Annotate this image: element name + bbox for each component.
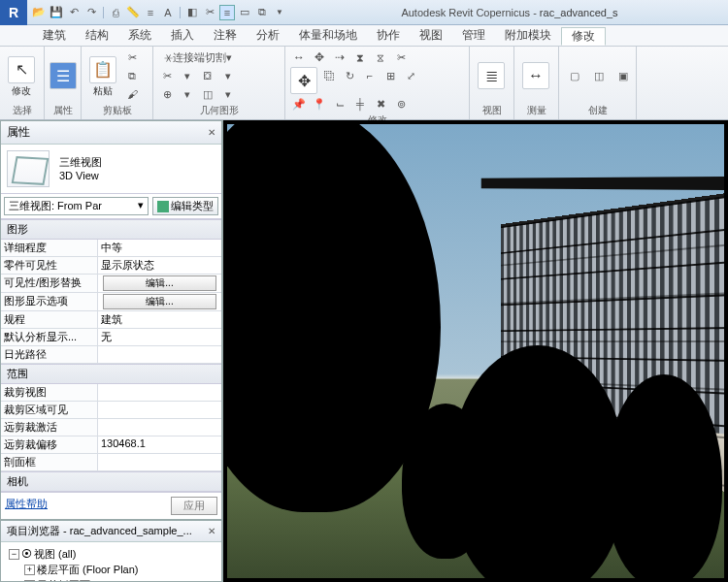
tab-7[interactable]: 协作 bbox=[367, 27, 410, 44]
tree-root[interactable]: −⦿ 视图 (all) bbox=[3, 546, 219, 562]
undo-icon[interactable]: ↶ bbox=[66, 5, 82, 20]
type-selector[interactable]: 三维视图: From Par▾ bbox=[4, 197, 149, 215]
mirror-axis-icon[interactable]: ⧗ bbox=[350, 48, 370, 66]
property-row[interactable]: 零件可见性显示原状态 bbox=[1, 257, 221, 275]
print-icon[interactable]: ⎙ bbox=[108, 5, 123, 20]
copy-icon[interactable]: ⧉ bbox=[122, 67, 142, 84]
property-value[interactable]: 中等 bbox=[98, 240, 221, 256]
edit-button[interactable]: 编辑... bbox=[103, 294, 216, 309]
tab-10[interactable]: 附加模块 bbox=[495, 27, 561, 44]
tree-node[interactable]: + 天花板平面 (Ceiling Plan) bbox=[3, 577, 219, 581]
property-row[interactable]: 裁剪区域可见 bbox=[1, 402, 221, 419]
save-icon[interactable]: 💾 bbox=[49, 5, 64, 20]
property-value[interactable]: 编辑... bbox=[98, 275, 221, 292]
mirror-draw-icon[interactable]: ⧖ bbox=[371, 48, 390, 66]
wall-join-icon[interactable]: ◫ bbox=[198, 85, 217, 103]
rotate-icon[interactable]: ↻ bbox=[340, 67, 359, 84]
paste-button[interactable]: 📋 粘贴 bbox=[85, 56, 120, 96]
array-icon[interactable]: ⊞ bbox=[381, 67, 400, 84]
view-button[interactable]: ≣ bbox=[474, 62, 509, 89]
group-graphics[interactable]: 图形 bbox=[1, 219, 221, 240]
scale-icon[interactable]: ⤢ bbox=[401, 67, 420, 84]
edit-button[interactable]: 编辑... bbox=[103, 275, 216, 291]
tab-0[interactable]: 建筑 bbox=[33, 27, 76, 44]
tab-3[interactable]: 插入 bbox=[161, 27, 204, 44]
copy-tool-icon[interactable]: ⿻ bbox=[319, 67, 339, 84]
split-element-icon[interactable]: ✂ bbox=[391, 48, 411, 66]
property-value[interactable]: 130468.1 bbox=[98, 436, 221, 453]
cube-icon[interactable]: ◧ bbox=[184, 5, 200, 20]
group-camera[interactable]: 相机 bbox=[1, 471, 221, 492]
expand-icon[interactable]: + bbox=[24, 580, 35, 582]
property-value[interactable] bbox=[98, 384, 221, 401]
tab-8[interactable]: 视图 bbox=[410, 27, 452, 44]
property-value[interactable] bbox=[98, 419, 221, 436]
split-gap-icon[interactable]: ╪ bbox=[350, 95, 370, 113]
align-icon[interactable]: ↔ bbox=[289, 48, 309, 66]
tab-5[interactable]: 分析 bbox=[247, 27, 289, 44]
property-row[interactable]: 规程建筑 bbox=[1, 311, 221, 329]
measure-button[interactable]: ↔ bbox=[518, 62, 553, 89]
group-extent[interactable]: 范围 bbox=[1, 364, 221, 384]
expand-icon[interactable]: + bbox=[24, 565, 35, 575]
collapse-icon[interactable]: − bbox=[9, 549, 19, 560]
delete-icon[interactable]: ✖ bbox=[371, 95, 390, 113]
viewport-3d[interactable] bbox=[223, 120, 728, 582]
tab-6[interactable]: 体量和场地 bbox=[289, 27, 367, 44]
cut-icon[interactable]: ✂ bbox=[122, 48, 142, 66]
modify-tool-button[interactable]: ↖ 修改 bbox=[4, 56, 39, 96]
tab-1[interactable]: 结构 bbox=[76, 27, 118, 44]
section-icon[interactable]: ✂ bbox=[202, 5, 217, 20]
trim-corner-icon[interactable]: ⌙ bbox=[330, 95, 349, 113]
tab-2[interactable]: 系统 bbox=[118, 27, 161, 44]
create-assembly-icon[interactable]: ◫ bbox=[587, 64, 611, 87]
create-similar-icon[interactable]: ▣ bbox=[612, 64, 635, 87]
unpin-icon[interactable]: 📍 bbox=[310, 95, 329, 113]
properties-help-link[interactable]: 属性帮助 bbox=[5, 497, 48, 515]
open-icon[interactable]: 📂 bbox=[31, 5, 47, 20]
edit-type-button[interactable]: 编辑类型 bbox=[152, 197, 218, 215]
array-radial-icon[interactable]: ⊚ bbox=[391, 95, 411, 113]
tab-11[interactable]: 修改 bbox=[561, 27, 606, 46]
move-icon[interactable]: ✥ bbox=[310, 48, 329, 66]
dropdown-icon[interactable]: ▼ bbox=[272, 5, 287, 20]
properties-button[interactable]: ☰ bbox=[49, 62, 77, 89]
property-row[interactable]: 详细程度中等 bbox=[1, 240, 221, 257]
property-row[interactable]: 日光路径 bbox=[1, 346, 221, 364]
switch-window-icon[interactable]: ⧉ bbox=[254, 5, 270, 20]
pin-icon[interactable]: 📌 bbox=[289, 95, 309, 113]
property-value[interactable]: 显示原状态 bbox=[98, 257, 221, 274]
property-row[interactable]: 裁剪视图 bbox=[1, 384, 221, 402]
property-value[interactable] bbox=[98, 402, 221, 418]
property-row[interactable]: 剖面框 bbox=[1, 454, 221, 471]
move-tool[interactable]: ✥ bbox=[289, 67, 318, 94]
tab-4[interactable]: 注释 bbox=[204, 27, 247, 44]
cut-geom-icon[interactable]: ✂ bbox=[157, 67, 177, 84]
property-value[interactable] bbox=[98, 346, 221, 363]
property-row[interactable]: 图形显示选项编辑... bbox=[1, 293, 221, 311]
text-icon[interactable]: A bbox=[160, 5, 176, 20]
type-preview[interactable]: 三维视图 3D View bbox=[1, 145, 221, 194]
cope-button[interactable]: ⚹ 连接端切割 ▾ bbox=[157, 48, 238, 66]
property-row[interactable]: 默认分析显示...无 bbox=[1, 329, 221, 346]
property-value[interactable]: 编辑... bbox=[98, 293, 221, 310]
property-row[interactable]: 远剪裁偏移130468.1 bbox=[1, 436, 221, 454]
tab-9[interactable]: 管理 bbox=[452, 27, 495, 44]
property-value[interactable]: 建筑 bbox=[98, 311, 221, 328]
property-value[interactable] bbox=[98, 454, 221, 470]
offset-icon[interactable]: ⇢ bbox=[330, 48, 349, 66]
browser-tree[interactable]: −⦿ 视图 (all) + 楼层平面 (Floor Plan)+ 天花板平面 (… bbox=[1, 542, 221, 581]
trim-icon[interactable]: ⌐ bbox=[360, 67, 380, 84]
property-row[interactable]: 远剪裁激活 bbox=[1, 419, 221, 436]
close-hidden-icon[interactable]: ▭ bbox=[237, 5, 252, 20]
join-icon[interactable]: ⊕ bbox=[157, 85, 177, 103]
close-icon[interactable]: ✕ bbox=[208, 127, 215, 138]
close-icon[interactable]: ✕ bbox=[208, 526, 215, 536]
redo-icon[interactable]: ↷ bbox=[83, 5, 99, 20]
property-value[interactable]: 无 bbox=[98, 329, 221, 345]
apply-button[interactable]: 应用 bbox=[171, 497, 217, 515]
match-icon[interactable]: 🖌 bbox=[122, 85, 142, 103]
measure-icon[interactable]: 📏 bbox=[125, 5, 141, 20]
thin-lines-icon[interactable]: ≡ bbox=[219, 5, 235, 20]
split-icon[interactable]: ⛋ bbox=[198, 67, 217, 84]
